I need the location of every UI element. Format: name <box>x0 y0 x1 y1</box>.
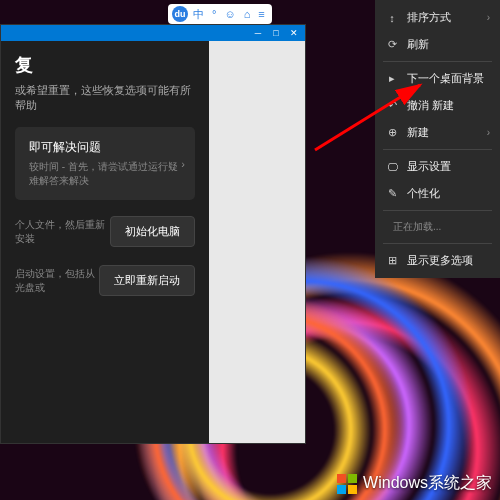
menu-refresh[interactable]: ⟳ 刷新 <box>375 31 500 58</box>
desktop-context-menu: ↕ 排序方式 › ⟳ 刷新 ▸ 下一个桌面背景 ↶ 撤消 新建 ⊕ 新建 › 🖵… <box>375 0 500 278</box>
minimize-button[interactable]: ─ <box>249 26 267 40</box>
reset-pc-row: 个人文件，然后重新安装 初始化电脑 <box>15 216 195 247</box>
page-title: 复 <box>15 53 195 77</box>
ime-toolbar: du 中 ° ☺ ⌂ ≡ <box>168 4 272 24</box>
menu-more-options[interactable]: ⊞ 显示更多选项 <box>375 247 500 274</box>
sort-icon: ↕ <box>385 12 399 24</box>
watermark-text: Windows系统之家 <box>363 473 492 494</box>
ime-menu-icon[interactable]: ≡ <box>255 8 267 20</box>
display-icon: 🖵 <box>385 161 399 173</box>
advanced-startup-row: 启动设置，包括从光盘或 立即重新启动 <box>15 265 195 296</box>
baidu-ime-logo-icon: du <box>172 6 188 22</box>
menu-separator <box>383 210 492 211</box>
chevron-right-icon: › <box>487 127 490 138</box>
card-desc: 较时间 - 首先，请尝试通过运行疑难解答来解决 <box>29 160 181 188</box>
windows-logo-icon <box>337 474 357 494</box>
ime-user-icon[interactable]: ⌂ <box>241 8 254 20</box>
reset-pc-button[interactable]: 初始化电脑 <box>110 216 195 247</box>
menu-separator <box>383 149 492 150</box>
settings-content: 复 或希望重置，这些恢复选项可能有所帮助 即可解决问题 较时间 - 首先，请尝试… <box>1 41 209 443</box>
menu-sort[interactable]: ↕ 排序方式 › <box>375 4 500 31</box>
more-icon: ⊞ <box>385 254 399 267</box>
ime-emoji-icon[interactable]: ☺ <box>221 8 238 20</box>
menu-personalize[interactable]: ✎ 个性化 <box>375 180 500 207</box>
menu-new[interactable]: ⊕ 新建 › <box>375 119 500 146</box>
row-desc: 启动设置，包括从光盘或 <box>15 267 99 295</box>
watermark: Windows系统之家 <box>337 473 492 494</box>
brush-icon: ✎ <box>385 187 399 200</box>
menu-undo[interactable]: ↶ 撤消 新建 <box>375 92 500 119</box>
restart-now-button[interactable]: 立即重新启动 <box>99 265 195 296</box>
maximize-button[interactable]: □ <box>267 26 285 40</box>
page-subtitle: 或希望重置，这些恢复选项可能有所帮助 <box>15 83 195 113</box>
settings-side-panel <box>209 41 305 443</box>
close-button[interactable]: ✕ <box>285 26 303 40</box>
chevron-right-icon: › <box>181 158 185 170</box>
row-desc: 个人文件，然后重新安装 <box>15 218 110 246</box>
menu-display-settings[interactable]: 🖵 显示设置 <box>375 153 500 180</box>
ime-tool-icon[interactable]: ° <box>209 8 219 20</box>
card-title: 即可解决问题 <box>29 139 181 156</box>
chevron-right-icon: › <box>487 12 490 23</box>
settings-window: ─ □ ✕ 复 或希望重置，这些恢复选项可能有所帮助 即可解决问题 较时间 - … <box>0 24 306 444</box>
plus-icon: ⊕ <box>385 126 399 139</box>
arrow-icon: ▸ <box>385 72 399 85</box>
menu-separator <box>383 61 492 62</box>
menu-separator <box>383 243 492 244</box>
troubleshoot-card[interactable]: 即可解决问题 较时间 - 首先，请尝试通过运行疑难解答来解决 › <box>15 127 195 200</box>
ime-mode[interactable]: 中 <box>190 7 207 22</box>
refresh-icon: ⟳ <box>385 38 399 51</box>
menu-next-wallpaper[interactable]: ▸ 下一个桌面背景 <box>375 65 500 92</box>
menu-loading: 正在加载... <box>375 214 500 240</box>
undo-icon: ↶ <box>385 99 399 112</box>
window-titlebar: ─ □ ✕ <box>1 25 305 41</box>
